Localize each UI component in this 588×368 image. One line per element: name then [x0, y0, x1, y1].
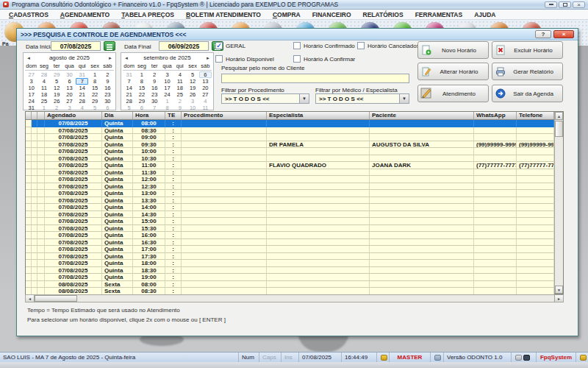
- table-cell[interactable]: :: [165, 274, 182, 281]
- table-cell[interactable]: 08:00: [133, 120, 165, 127]
- table-cell[interactable]: [474, 197, 517, 205]
- menu-item-tabela-precos[interactable]: TABELA PREÇOS: [115, 11, 180, 18]
- table-cell[interactable]: Quinta: [102, 253, 133, 261]
- prev-month-icon[interactable]: ◄: [121, 56, 132, 60]
- table-cell[interactable]: [32, 134, 37, 141]
- dialog-titlebar[interactable]: >>> PESQUISA E CONTROLE DE AGENDAMENTOS …: [17, 29, 578, 40]
- calendar-day[interactable]: 11: [37, 85, 50, 91]
- table-cell[interactable]: [32, 274, 37, 281]
- table-row[interactable]: 07/08/2025Quinta11:00:FLAVIO QUADRADOJOA…: [26, 162, 554, 169]
- table-cell[interactable]: [26, 211, 32, 219]
- table-cell[interactable]: [182, 281, 267, 289]
- table-cell[interactable]: [474, 225, 517, 233]
- table-row[interactable]: 07/08/2025Quinta10:30:: [26, 155, 554, 163]
- exit-agenda-button[interactable]: Sair da Agenda: [492, 85, 563, 102]
- table-cell[interactable]: [32, 141, 37, 149]
- table-cell[interactable]: 07/08/2025: [45, 155, 102, 163]
- table-cell[interactable]: 17:30: [133, 253, 165, 261]
- calendar-day[interactable]: 6: [101, 105, 114, 111]
- calendar-day[interactable]: 14: [76, 85, 88, 91]
- table-cell[interactable]: 10:30: [133, 155, 165, 163]
- table-row[interactable]: 07/08/2025Quinta12:30:: [26, 183, 554, 191]
- table-cell[interactable]: [474, 253, 517, 261]
- calendar-day[interactable]: 30: [148, 98, 161, 105]
- column-header[interactable]: TE: [165, 112, 182, 119]
- table-cell[interactable]: [26, 253, 32, 261]
- calendar-day[interactable]: 6: [63, 78, 76, 85]
- table-cell[interactable]: [474, 127, 517, 135]
- table-cell[interactable]: [517, 148, 554, 155]
- calendar-day[interactable]: 11: [199, 105, 212, 111]
- table-cell[interactable]: [267, 260, 370, 267]
- column-header[interactable]: Telefone: [517, 112, 554, 119]
- table-cell[interactable]: [370, 260, 474, 267]
- table-cell[interactable]: [37, 260, 45, 267]
- table-cell[interactable]: [26, 134, 32, 141]
- table-cell[interactable]: 14:00: [133, 204, 165, 211]
- table-cell[interactable]: Quinta: [102, 183, 133, 191]
- date-end-input[interactable]: 06/09/2025: [159, 41, 209, 51]
- table-cell[interactable]: [267, 246, 370, 253]
- table-cell[interactable]: :: [165, 260, 182, 267]
- table-cell[interactable]: [370, 134, 474, 141]
- checkbox-box[interactable]: [293, 42, 301, 49]
- table-cell[interactable]: [370, 190, 474, 197]
- table-cell[interactable]: [370, 211, 474, 219]
- table-cell[interactable]: 08/08/2025: [45, 281, 102, 289]
- table-cell[interactable]: Quinta: [102, 120, 133, 127]
- table-cell[interactable]: :: [165, 148, 182, 155]
- calendar-day[interactable]: 4: [76, 105, 88, 111]
- table-cell[interactable]: [26, 197, 32, 205]
- table-cell[interactable]: [26, 267, 32, 275]
- table-cell[interactable]: [517, 232, 554, 239]
- table-cell[interactable]: 07/08/2025: [45, 260, 102, 267]
- table-cell[interactable]: 07/08/2025: [45, 225, 102, 233]
- column-header[interactable]: WhatsApp: [474, 112, 517, 119]
- calendar-day[interactable]: 5: [186, 71, 198, 78]
- table-cell[interactable]: :: [165, 211, 182, 219]
- checkbox-box[interactable]: [293, 55, 301, 63]
- table-cell[interactable]: :: [165, 141, 182, 149]
- table-cell[interactable]: [267, 148, 370, 155]
- checkbox-horario-a-confirmar[interactable]: Horário A Confirmar: [293, 55, 355, 63]
- scrollbar-thumb[interactable]: [35, 295, 77, 302]
- filter-procedure-select[interactable]: >> T O D O S << ▼: [221, 93, 309, 104]
- table-cell[interactable]: [517, 120, 554, 127]
- table-row[interactable]: 07/08/2025Quinta09:30:DR PAMELAAUGUSTO D…: [26, 141, 554, 149]
- calendar-day[interactable]: 1: [161, 98, 173, 105]
- table-cell[interactable]: [267, 127, 370, 135]
- table-cell[interactable]: [370, 183, 474, 191]
- table-cell[interactable]: Quinta: [102, 176, 133, 183]
- checkbox-box[interactable]: [215, 55, 223, 63]
- calendar-day[interactable]: 29: [88, 98, 101, 105]
- table-cell[interactable]: :: [165, 183, 182, 191]
- table-row[interactable]: 07/08/2025Quinta15:00:: [26, 218, 554, 225]
- new-schedule-button[interactable]: Novo Horário: [417, 41, 489, 59]
- table-cell[interactable]: [474, 232, 517, 239]
- table-cell[interactable]: [182, 211, 267, 219]
- table-cell[interactable]: [182, 274, 267, 281]
- table-cell[interactable]: [182, 267, 267, 275]
- table-cell[interactable]: [37, 218, 45, 225]
- checkbox-box[interactable]: ✓: [215, 42, 223, 49]
- table-cell[interactable]: [182, 183, 267, 191]
- table-cell[interactable]: AUGUSTO DA SILVA: [370, 141, 474, 149]
- table-cell[interactable]: [474, 218, 517, 225]
- calendar-day[interactable]: 10: [25, 85, 37, 91]
- table-cell[interactable]: 15:00: [133, 218, 165, 225]
- calendar-day[interactable]: 13: [63, 85, 76, 91]
- table-cell[interactable]: [32, 232, 37, 239]
- calendar-day[interactable]: 5: [123, 105, 135, 111]
- table-cell[interactable]: [267, 232, 370, 239]
- table-cell[interactable]: [474, 246, 517, 253]
- table-cell[interactable]: [26, 190, 32, 197]
- table-cell[interactable]: [26, 148, 32, 155]
- checkbox-horario-confirmado[interactable]: Horário Confirmado: [293, 42, 355, 49]
- table-row[interactable]: 07/08/2025Quinta19:00:: [26, 274, 554, 281]
- table-cell[interactable]: [32, 176, 37, 183]
- table-cell[interactable]: [370, 225, 474, 233]
- table-cell[interactable]: 07/08/2025: [45, 169, 102, 177]
- table-cell[interactable]: 08:00: [133, 281, 165, 289]
- table-cell[interactable]: [182, 148, 267, 155]
- table-cell[interactable]: [26, 155, 32, 163]
